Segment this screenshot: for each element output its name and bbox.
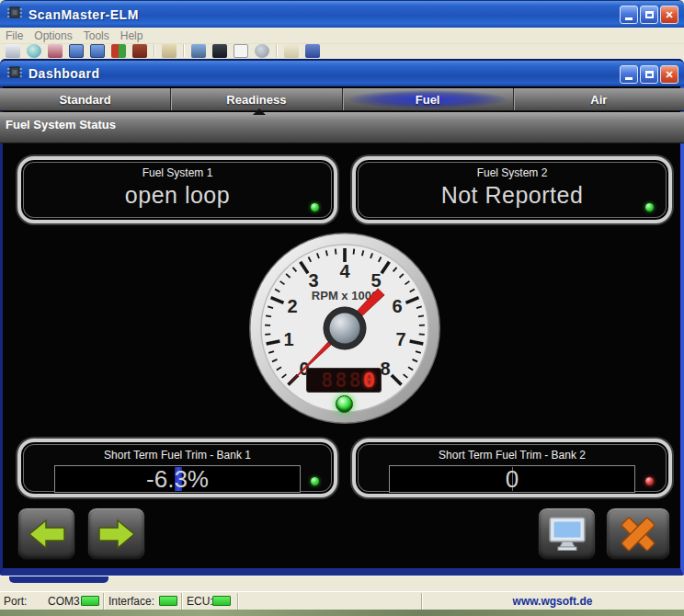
dashboard-tabbar: Standard Readiness Fuel Air [0, 88, 684, 111]
main-window-titlebar: ScanMaster-ELM ✕ [0, 0, 684, 28]
fuel-system-1-panel: Fuel System 1 open loop [17, 156, 337, 223]
stft-bank2-panel: Short Term Fuel Trim - Bank 2 0 [352, 439, 672, 497]
section-header: Fuel System Status [0, 112, 684, 143]
dashboard-title: Dashboard [28, 66, 100, 81]
toolbar-icon-7[interactable] [132, 44, 147, 58]
scroll-thumb[interactable] [9, 576, 108, 583]
ecu-label: ECU: [187, 595, 213, 608]
toolbar-icon-4[interactable] [69, 44, 84, 58]
tab-fuel[interactable]: Fuel [342, 88, 513, 110]
tab-pointer-icon [253, 108, 266, 115]
svg-text:7: 7 [395, 329, 405, 349]
svg-text:4: 4 [339, 261, 350, 281]
minimize-button[interactable] [620, 6, 638, 24]
svg-text:6: 6 [392, 296, 402, 316]
fuel-system-2-title: Fuel System 2 [356, 166, 668, 179]
dashboard-minimize-button[interactable] [620, 65, 638, 84]
interface-label: Interface: [108, 595, 154, 608]
close-x-icon [616, 514, 660, 554]
toolbar-icon-2[interactable] [27, 44, 41, 58]
stft-bank1-title: Short Term Fuel Trim - Bank 1 [21, 449, 334, 462]
statusbar-divider [181, 593, 183, 610]
status-led-green [311, 477, 319, 485]
statusbar-divider [237, 593, 239, 610]
fuel-system-2-value: Not Reported [356, 182, 668, 209]
close-button[interactable]: ✕ [660, 6, 678, 24]
port-label: Port: [4, 595, 27, 608]
fuel-system-2-panel: Fuel System 2 Not Reported [352, 156, 672, 223]
stft-bank2-value: 0 [506, 466, 519, 492]
rpm-gauge: RPM x 1000 0 1 2 3 4 5 6 7 8 8880 [246, 230, 443, 427]
dashboard-close-button[interactable]: ✕ [660, 65, 678, 84]
screen: ScanMaster-ELM ✕ File Options Tools Help [0, 0, 684, 616]
svg-text:5: 5 [370, 270, 381, 291]
window-bottom-strip [0, 576, 684, 592]
menu-help[interactable]: Help [120, 29, 143, 42]
app-chip-icon [6, 6, 23, 23]
stft-bank2-title: Short Term Fuel Trim - Bank 2 [356, 449, 668, 462]
previous-page-button[interactable] [17, 508, 75, 560]
stft-bank1-value-box: -6.3% [54, 465, 301, 493]
tab-standard[interactable]: Standard [0, 88, 170, 110]
toolbar-icon-12[interactable] [255, 44, 269, 58]
maximize-button[interactable] [640, 6, 658, 24]
svg-text:8: 8 [380, 359, 390, 379]
lcd-ghost-digits: 888 [321, 369, 363, 392]
ecu-led [212, 596, 231, 606]
menu-file[interactable]: File [6, 29, 23, 42]
desktop-background [0, 610, 684, 616]
toolbar-separator [154, 44, 155, 57]
toolbar-icon-11[interactable] [234, 44, 248, 58]
port-value: COM3 [48, 595, 80, 608]
toolbar-icon-5[interactable] [90, 44, 105, 58]
arrow-right-icon [97, 517, 137, 552]
website-link: www.wgsoft.de [421, 595, 684, 608]
interface-led [159, 596, 177, 606]
menu-tools[interactable]: Tools [84, 29, 109, 42]
status-led-red [645, 477, 654, 485]
svg-text:1: 1 [283, 329, 293, 349]
arrow-left-icon [27, 517, 67, 552]
menubar: File Options Tools Help [0, 28, 684, 44]
tab-air[interactable]: Air [513, 88, 684, 110]
svg-text:3: 3 [308, 270, 318, 291]
main-window-title: ScanMaster-ELM [28, 7, 139, 22]
gauge-status-led [336, 395, 353, 413]
monitor-icon [547, 516, 587, 553]
fuel-system-1-title: Fuel System 1 [21, 166, 334, 179]
toolbar-icon-3[interactable] [48, 44, 63, 58]
toolbar-icon-13[interactable] [284, 44, 299, 58]
port-led [81, 596, 99, 606]
statusbar: Port: COM3 Interface: ECU: www.wgsoft.de [0, 591, 684, 610]
lcd-value: 0 [363, 369, 377, 392]
dashboard-chip-icon [6, 65, 23, 83]
toolbar-icon-6[interactable] [111, 44, 126, 58]
toolbar-icon-9[interactable] [191, 44, 206, 58]
stft-bank1-panel: Short Term Fuel Trim - Bank 1 -6.3% [17, 439, 337, 497]
exit-button[interactable] [606, 508, 670, 560]
dashboard-titlebar: Dashboard ✕ [0, 59, 684, 86]
dashboard-maximize-button[interactable] [640, 65, 658, 84]
monitor-view-button[interactable] [538, 508, 596, 560]
statusbar-divider [103, 593, 105, 610]
toolbar-icon-8[interactable] [162, 44, 177, 58]
svg-text:2: 2 [287, 296, 297, 316]
toolbar-icon-14[interactable] [305, 44, 320, 58]
status-led-green [645, 203, 654, 211]
status-led-green [311, 203, 319, 211]
tab-readiness[interactable]: Readiness [170, 88, 341, 110]
toolbar-separator [183, 44, 185, 57]
stft-bank2-value-box: 0 [389, 465, 635, 493]
toolbar-icon-10[interactable] [212, 44, 227, 58]
fuel-system-1-value: open loop [21, 182, 334, 209]
menu-options[interactable]: Options [34, 29, 72, 42]
dashboard-window: Dashboard ✕ Standard Readiness Fuel Air [0, 59, 684, 576]
toolbar-separator [276, 44, 278, 57]
next-page-button[interactable] [87, 508, 145, 560]
toolbar-icon-1[interactable] [6, 44, 20, 58]
rpm-lcd-display: 8880 [306, 368, 382, 393]
